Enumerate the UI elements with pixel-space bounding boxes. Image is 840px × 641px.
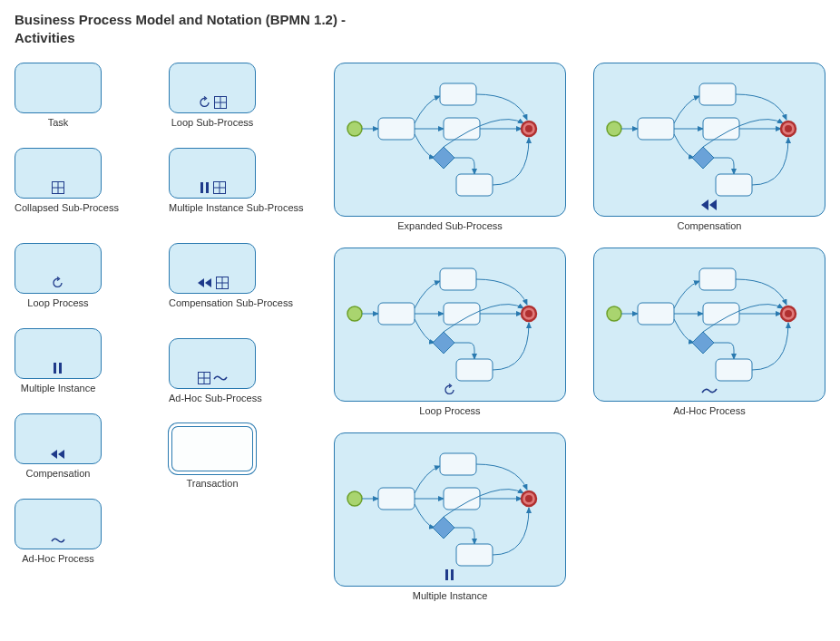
inner-flow-diagram bbox=[594, 248, 825, 401]
label-exp-loop: Loop Process bbox=[334, 405, 566, 417]
svg-rect-47 bbox=[716, 359, 752, 381]
cell-exp-adhoc: Ad-Hoc Process bbox=[593, 248, 825, 417]
shape-exp-adhoc bbox=[593, 248, 825, 402]
label-exp-adhoc: Ad-Hoc Process bbox=[593, 405, 825, 417]
inner-flow-diagram bbox=[335, 63, 565, 216]
parallel-bars-icon bbox=[53, 362, 63, 374]
diagram-canvas: Task Collapsed Sub-Process Loop Process bbox=[15, 63, 831, 641]
start-event-icon bbox=[347, 121, 362, 136]
svg-point-27 bbox=[347, 491, 362, 506]
cell-multi-instance-sub: Multiple Instance Sub-Process bbox=[169, 148, 304, 214]
svg-point-20 bbox=[347, 306, 362, 321]
plus-marker-icon bbox=[213, 181, 226, 194]
cell-compensation: Compensation bbox=[15, 413, 102, 480]
label-multi-instance: Multiple Instance bbox=[15, 383, 102, 394]
cell-adhoc-process: Ad-Hoc Process bbox=[15, 499, 102, 565]
svg-rect-29 bbox=[440, 453, 476, 475]
label-compensation-sub: Compensation Sub-Process bbox=[169, 297, 293, 309]
shape-loop-process bbox=[15, 243, 102, 294]
parallel-bars-icon bbox=[444, 568, 455, 581]
inner-flow-diagram bbox=[335, 248, 565, 401]
shape-adhoc-sub bbox=[169, 338, 256, 389]
shape-loop-sub bbox=[169, 63, 256, 113]
shape-collapsed-sub bbox=[15, 148, 102, 199]
loop-icon bbox=[52, 277, 64, 289]
svg-rect-22 bbox=[440, 268, 476, 290]
label-task: Task bbox=[15, 117, 102, 129]
svg-rect-38 bbox=[699, 83, 736, 105]
gateway-icon bbox=[433, 147, 454, 169]
cell-adhoc-sub: Ad-Hoc Sub-Process bbox=[169, 338, 262, 404]
svg-point-49 bbox=[785, 310, 792, 317]
svg-point-42 bbox=[785, 125, 792, 132]
shape-exp-multi bbox=[334, 432, 566, 587]
svg-rect-31 bbox=[456, 544, 493, 566]
svg-rect-37 bbox=[638, 118, 674, 140]
label-expanded-sub: Expanded Sub-Process bbox=[334, 220, 566, 232]
label-collapsed-sub: Collapsed Sub-Process bbox=[15, 202, 119, 214]
svg-rect-35 bbox=[451, 569, 454, 580]
cell-expanded-sub: Expanded Sub-Process bbox=[334, 63, 566, 232]
cell-collapsed-sub: Collapsed Sub-Process bbox=[15, 148, 119, 214]
inner-flow-diagram bbox=[335, 433, 565, 586]
label-loop-sub: Loop Sub-Process bbox=[169, 117, 256, 129]
svg-point-33 bbox=[525, 495, 532, 502]
cell-loop-sub: Loop Sub-Process bbox=[169, 63, 256, 129]
label-loop-process: Loop Process bbox=[15, 297, 102, 309]
rewind-icon bbox=[197, 277, 213, 288]
loop-icon bbox=[199, 96, 211, 109]
svg-rect-3 bbox=[54, 363, 56, 374]
label-exp-multi: Multiple Instance bbox=[334, 590, 566, 602]
page-title: Business Process Model and Notation (BPM… bbox=[15, 11, 825, 46]
shape-multi-instance-sub bbox=[169, 148, 256, 199]
svg-rect-24 bbox=[456, 359, 493, 381]
svg-point-43 bbox=[607, 306, 621, 321]
plus-marker-icon bbox=[198, 372, 210, 384]
cell-transaction: Transaction bbox=[169, 423, 256, 490]
cell-compensation-sub: Compensation Sub-Process bbox=[169, 243, 293, 309]
cell-loop-process: Loop Process bbox=[15, 243, 102, 309]
shape-exp-loop bbox=[334, 248, 566, 402]
inner-flow-diagram bbox=[594, 63, 825, 216]
shape-exp-compensation bbox=[593, 63, 825, 217]
parallel-bars-icon bbox=[200, 181, 210, 194]
mini-task bbox=[378, 118, 415, 140]
title-line-1: Business Process Model and Notation (BPM… bbox=[15, 12, 346, 27]
shape-expanded-sub bbox=[334, 63, 566, 217]
svg-rect-34 bbox=[445, 569, 448, 580]
plus-marker-icon bbox=[216, 277, 229, 289]
svg-point-26 bbox=[525, 310, 532, 317]
cell-task: Task bbox=[15, 63, 102, 129]
shape-task bbox=[15, 63, 102, 113]
label-exp-compensation: Compensation bbox=[593, 220, 825, 232]
tilde-icon bbox=[701, 385, 718, 396]
svg-rect-4 bbox=[59, 363, 62, 374]
svg-rect-8 bbox=[200, 182, 203, 193]
label-multi-instance-sub: Multiple Instance Sub-Process bbox=[169, 202, 304, 214]
plus-marker-icon bbox=[52, 181, 64, 194]
rewind-icon bbox=[50, 449, 66, 460]
shape-multi-instance bbox=[15, 328, 102, 379]
mini-task bbox=[456, 174, 493, 196]
svg-rect-9 bbox=[206, 182, 209, 193]
svg-point-19 bbox=[525, 125, 532, 132]
shape-transaction bbox=[169, 423, 256, 474]
shape-compensation-sub bbox=[169, 243, 256, 294]
label-transaction: Transaction bbox=[169, 478, 256, 490]
svg-rect-44 bbox=[638, 303, 674, 325]
shape-compensation bbox=[15, 413, 102, 464]
cell-exp-compensation: Compensation bbox=[593, 63, 825, 232]
cell-multi-instance: Multiple Instance bbox=[15, 328, 102, 394]
plus-marker-icon bbox=[214, 96, 227, 109]
label-adhoc-process: Ad-Hoc Process bbox=[15, 553, 102, 565]
cell-exp-loop: Loop Process bbox=[334, 248, 566, 417]
svg-rect-40 bbox=[716, 174, 752, 196]
svg-point-36 bbox=[607, 121, 621, 136]
tilde-icon bbox=[213, 374, 228, 383]
label-adhoc-sub: Ad-Hoc Sub-Process bbox=[169, 393, 262, 404]
rewind-icon bbox=[700, 199, 718, 211]
title-line-2: Activities bbox=[15, 29, 825, 47]
svg-rect-21 bbox=[378, 303, 415, 325]
label-compensation: Compensation bbox=[15, 468, 102, 480]
svg-rect-45 bbox=[699, 268, 736, 290]
